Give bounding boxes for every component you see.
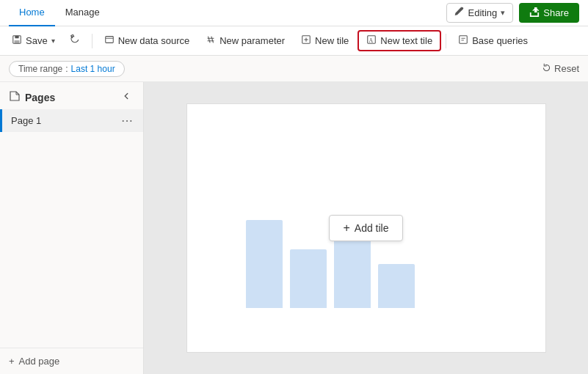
canvas-page: + Add tile <box>186 103 546 353</box>
toolbar-divider-2 <box>446 34 446 48</box>
refresh-button[interactable] <box>62 32 87 50</box>
page-name: Page 1 <box>11 115 41 126</box>
save-label: Save <box>26 35 48 46</box>
pages-icon <box>9 90 21 104</box>
reset-button[interactable]: Reset <box>542 63 579 75</box>
editing-label: Editing <box>468 7 498 18</box>
save-dropdown-icon: ▾ <box>51 37 55 45</box>
reset-label: Reset <box>554 63 579 74</box>
add-page-label: Add page <box>19 356 60 367</box>
svg-rect-1 <box>15 36 18 39</box>
time-range-separator: : <box>65 64 68 74</box>
refresh-icon <box>70 34 80 47</box>
top-bar-right: Editing ▾ Share <box>446 3 579 23</box>
tab-manage[interactable]: Manage <box>55 0 110 26</box>
share-button[interactable]: Share <box>519 3 579 23</box>
new-tile-label: New tile <box>315 35 349 46</box>
top-bar: Home Manage Editing ▾ Share <box>0 0 588 26</box>
svg-rect-10 <box>460 36 468 44</box>
page-more-button[interactable]: ⋯ <box>120 114 134 128</box>
base-queries-label: Base queries <box>472 35 528 46</box>
share-icon <box>529 7 540 19</box>
time-range-filter[interactable]: Time range : Last 1 hour <box>9 61 125 77</box>
svg-text:A: A <box>369 37 374 44</box>
editing-dropdown-icon: ▾ <box>501 8 505 18</box>
new-parameter-button[interactable]: New parameter <box>198 32 292 50</box>
new-data-source-label: New data source <box>118 35 190 46</box>
svg-rect-3 <box>105 37 113 43</box>
save-button[interactable]: Save ▾ <box>6 32 61 50</box>
add-tile-button[interactable]: + Add tile <box>329 215 402 241</box>
new-parameter-label: New parameter <box>219 35 285 46</box>
chart-bar-2 <box>290 249 327 308</box>
main-area: Pages Page 1 ⋯ + Add page <box>0 82 588 374</box>
base-queries-button[interactable]: Base queries <box>451 32 535 50</box>
sidebar-footer: + Add page <box>0 348 143 374</box>
text-tile-icon: A <box>366 34 377 47</box>
toolbar: Save ▾ New data source New parameter <box>0 26 588 56</box>
new-text-tile-button[interactable]: A New text tile <box>357 30 441 51</box>
pages-title: Pages <box>9 90 55 104</box>
share-label: Share <box>543 7 569 18</box>
sidebar-title-label: Pages <box>25 92 55 103</box>
add-page-icon: + <box>9 356 15 367</box>
save-icon <box>12 34 22 47</box>
toolbar-divider-1 <box>92 34 92 48</box>
editing-button[interactable]: Editing ▾ <box>446 3 514 23</box>
base-queries-icon <box>458 34 468 47</box>
add-tile-icon: + <box>343 221 349 235</box>
canvas-area: + Add tile <box>144 82 588 374</box>
add-tile-label: Add tile <box>355 222 389 234</box>
new-text-tile-label: New text tile <box>380 35 432 46</box>
page-item[interactable]: Page 1 ⋯ <box>0 109 143 132</box>
chart-bar-3 <box>334 235 371 308</box>
sidebar: Pages Page 1 ⋯ + Add page <box>0 82 144 374</box>
datasource-icon <box>104 34 115 47</box>
new-data-source-button[interactable]: New data source <box>97 32 197 50</box>
svg-rect-2 <box>15 40 20 43</box>
add-page-button[interactable]: + Add page <box>9 356 59 367</box>
new-tile-button[interactable]: New tile <box>294 32 356 50</box>
time-range-label: Time range <box>18 64 62 74</box>
chart-bar-1 <box>246 220 283 308</box>
new-tile-icon <box>301 34 311 47</box>
time-range-value: Last 1 hour <box>71 64 115 74</box>
filter-bar: Time range : Last 1 hour Reset <box>0 56 588 82</box>
parameter-icon <box>206 34 216 47</box>
chart-bar-4 <box>378 264 415 308</box>
sidebar-header: Pages <box>0 82 143 109</box>
tab-home[interactable]: Home <box>9 0 55 26</box>
pencil-icon <box>454 7 465 19</box>
reset-icon <box>542 63 551 75</box>
sidebar-collapse-button[interactable] <box>118 89 134 105</box>
